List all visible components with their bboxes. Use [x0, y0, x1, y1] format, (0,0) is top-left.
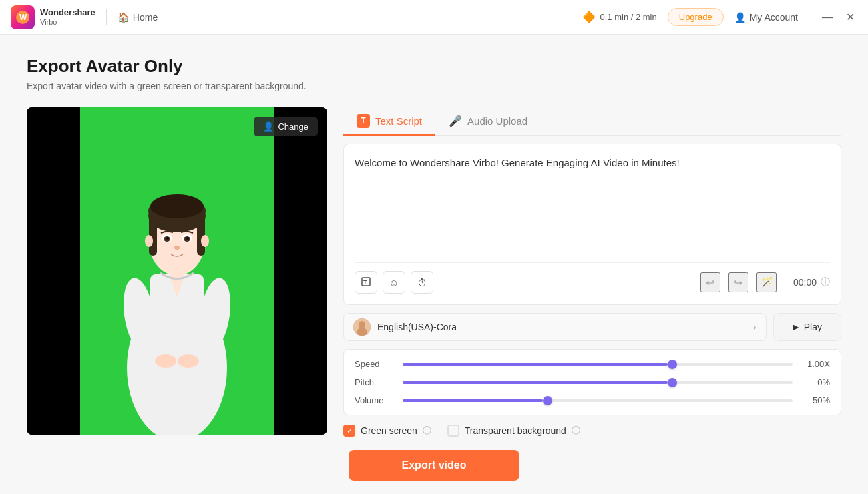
- play-button[interactable]: ▶ Play: [773, 313, 841, 341]
- content-row: 👤 Change T Text Script 🎤 Audio Upload We…: [27, 107, 841, 437]
- voice-row: English(USA)-Cora › ▶ Play: [343, 313, 841, 341]
- svg-point-15: [201, 235, 209, 247]
- speed-thumb[interactable]: [668, 360, 677, 369]
- toolbar-right: ↩ ↪ 🪄 00:00 ⓘ: [700, 272, 830, 292]
- transparent-bg-help-icon[interactable]: ⓘ: [572, 425, 580, 437]
- green-screen-label: Green screen: [361, 425, 417, 436]
- magic-icon: 🪄: [760, 276, 773, 289]
- page-title: Export Avatar Only: [27, 56, 841, 77]
- voice-chevron-icon: ›: [753, 322, 756, 332]
- svg-point-20: [166, 237, 169, 240]
- play-icon: ▶: [793, 322, 799, 332]
- speed-label: Speed: [355, 359, 395, 369]
- minimize-button[interactable]: —: [819, 9, 835, 26]
- home-label: Home: [133, 12, 158, 23]
- video-green-screen: [80, 107, 274, 435]
- time-value: 00:00: [793, 277, 817, 288]
- timer-icon: ⏱: [417, 277, 427, 288]
- tab-audio-upload-label: Audio Upload: [467, 115, 527, 127]
- background-options: Green screen ⓘ Transparent background ⓘ: [343, 425, 841, 437]
- script-panel: Welcome to Wondershare Virbo! Generate E…: [343, 144, 841, 305]
- emoji-button[interactable]: ☺: [383, 271, 405, 294]
- voice-name: English(USA)-Cora: [377, 322, 746, 332]
- magic-button[interactable]: 🪄: [756, 272, 777, 292]
- emoji-icon: ☺: [389, 277, 399, 288]
- svg-point-24: [178, 354, 199, 368]
- volume-track: [403, 399, 793, 402]
- usage-icon: 🔶: [582, 11, 596, 23]
- time-info-icon[interactable]: ⓘ: [821, 276, 830, 288]
- change-avatar-button[interactable]: 👤 Change: [254, 117, 318, 136]
- change-avatar-icon: 👤: [263, 121, 274, 132]
- toolbar-left: T ☺ ⏱: [355, 271, 433, 294]
- app-logo: W Wondershare Virbo: [11, 5, 95, 29]
- speed-slider-row: Speed 1.00X: [355, 359, 830, 369]
- page-subtitle: Export avatar video with a green screen …: [27, 81, 841, 91]
- right-panel: T Text Script 🎤 Audio Upload Welcome to …: [343, 107, 841, 437]
- pitch-value: 0%: [801, 377, 830, 387]
- volume-fill: [403, 399, 543, 402]
- export-video-button[interactable]: Export video: [349, 450, 520, 481]
- home-icon: 🏠: [118, 12, 129, 23]
- time-display: 00:00 ⓘ: [793, 276, 830, 288]
- green-screen-option[interactable]: Green screen ⓘ: [343, 425, 431, 437]
- speed-fill: [403, 363, 668, 366]
- voice-selector[interactable]: English(USA)-Cora ›: [343, 313, 767, 341]
- brand-text: Wondershare Virbo: [40, 7, 95, 27]
- titlebar: W Wondershare Virbo 🏠 Home 🔶 0.1 min / 2…: [0, 0, 868, 35]
- volume-value: 50%: [801, 395, 830, 405]
- account-label: My Account: [750, 12, 798, 23]
- transparent-bg-checkbox[interactable]: [447, 425, 459, 437]
- script-toolbar: T ☺ ⏱ ↩: [355, 262, 830, 294]
- titlebar-divider: [106, 9, 107, 25]
- usage-info: 🔶 0.1 min / 2 min: [582, 11, 656, 23]
- green-screen-checkbox[interactable]: [343, 425, 355, 437]
- tab-text-script[interactable]: T Text Script: [343, 107, 435, 136]
- home-link[interactable]: 🏠 Home: [118, 12, 158, 23]
- audio-upload-icon: 🎤: [449, 115, 462, 128]
- pitch-label: Pitch: [355, 377, 395, 387]
- text-format-button[interactable]: T: [355, 271, 377, 294]
- pitch-slider-row: Pitch 0%: [355, 377, 830, 387]
- voice-avatar: [353, 318, 371, 336]
- tab-text-script-label: Text Script: [375, 115, 422, 127]
- video-black-right: [274, 107, 327, 435]
- speed-track: [403, 363, 793, 366]
- window-controls: — ✕: [819, 8, 857, 26]
- transparent-bg-option[interactable]: Transparent background ⓘ: [447, 425, 580, 437]
- my-account[interactable]: 👤 My Account: [734, 12, 798, 23]
- svg-text:T: T: [363, 279, 367, 286]
- tab-audio-upload[interactable]: 🎤 Audio Upload: [435, 107, 541, 136]
- change-avatar-label: Change: [278, 121, 308, 132]
- video-black-left: [27, 107, 80, 435]
- titlebar-right: 🔶 0.1 min / 2 min Upgrade 👤 My Account —…: [582, 8, 857, 26]
- volume-thumb[interactable]: [543, 396, 552, 405]
- script-text[interactable]: Welcome to Wondershare Virbo! Generate E…: [355, 155, 830, 252]
- svg-point-14: [145, 235, 153, 247]
- sliders-section: Speed 1.00X Pitch 0%: [343, 349, 841, 415]
- usage-text: 0.1 min / 2 min: [600, 12, 656, 22]
- export-bar: Export video: [27, 437, 841, 481]
- transparent-bg-label: Transparent background: [465, 425, 566, 436]
- redo-icon: ↪: [734, 276, 742, 289]
- toolbar-divider: [785, 276, 785, 289]
- pitch-thumb[interactable]: [668, 378, 677, 387]
- account-icon: 👤: [734, 12, 746, 23]
- timer-button[interactable]: ⏱: [411, 271, 433, 294]
- text-format-icon: T: [361, 276, 371, 289]
- redo-button[interactable]: ↪: [728, 272, 748, 292]
- undo-button[interactable]: ↩: [700, 272, 720, 292]
- text-script-icon: T: [357, 114, 370, 128]
- speed-value: 1.00X: [801, 359, 830, 369]
- upgrade-button[interactable]: Upgrade: [668, 8, 724, 26]
- svg-point-23: [155, 354, 176, 368]
- close-button[interactable]: ✕: [843, 8, 857, 26]
- green-screen-help-icon[interactable]: ⓘ: [423, 425, 431, 437]
- undo-icon: ↩: [706, 276, 714, 289]
- video-inner: [27, 107, 327, 435]
- pitch-fill: [403, 381, 668, 384]
- main-content: Export Avatar Only Export avatar video w…: [0, 35, 868, 494]
- volume-label: Volume: [355, 395, 395, 405]
- svg-point-21: [186, 237, 189, 240]
- tabs: T Text Script 🎤 Audio Upload: [343, 107, 841, 136]
